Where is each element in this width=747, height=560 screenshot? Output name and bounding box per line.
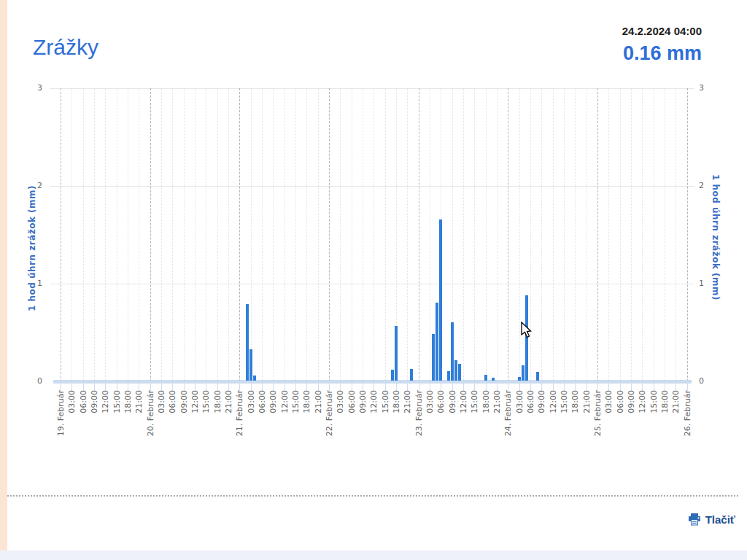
x-axis-tick [285,384,285,391]
hour-gridline [318,88,319,381]
x-axis-tick [61,384,61,391]
precipitation-bar[interactable] [391,370,394,381]
x-axis-baseline [53,380,692,384]
x-axis-tick [597,384,598,391]
y-gridline [50,88,694,89]
hour-gridline [474,88,475,381]
hour-gridline [587,88,587,381]
x-axis-time-label: 21:00 [224,390,233,459]
x-axis-tick [71,384,72,391]
hour-gridline [94,88,95,381]
x-axis-tick [608,384,609,391]
day-gridline [508,88,508,381]
x-axis-time-label: 21:00 [314,390,323,459]
precipitation-bar[interactable] [439,219,442,381]
precipitation-bar[interactable] [454,360,457,381]
x-axis-tick [553,384,554,391]
x-axis-tick [161,384,162,391]
x-axis-tick [295,384,296,391]
x-axis-time-label: 06:00 [347,390,357,459]
precipitation-bar[interactable] [484,375,487,381]
x-axis-time-label: 12:00 [549,390,558,459]
x-axis-tick [206,384,206,391]
x-axis-tick [318,384,319,391]
x-axis-tick [497,384,498,391]
x-axis-tick [486,384,487,391]
x-axis-day-label: 21. Február [235,390,244,459]
x-axis-time-label: 15:00 [381,390,390,459]
x-axis-tick [541,384,542,391]
x-axis-time-label: 09:00 [627,390,636,459]
x-axis-tick [363,384,363,391]
x-axis-day-label: 23. Február [414,390,424,459]
day-gridline [329,88,330,381]
x-axis-time-label: 03:00 [67,390,77,459]
x-axis-time-label: 06:00 [526,390,535,459]
day-gridline [239,88,240,381]
x-axis-tick [139,384,139,391]
print-button-label: Tlačiť [705,513,735,526]
precipitation-bar[interactable] [492,378,495,381]
x-axis-tick [631,384,632,391]
precipitation-bar[interactable] [458,364,461,381]
x-axis-tick [374,384,374,391]
hour-gridline [139,88,139,381]
hour-gridline [262,88,263,381]
x-axis-time-label: 12:00 [280,390,290,459]
precipitation-bar[interactable] [395,326,398,381]
precipitation-bar[interactable] [447,371,450,381]
x-axis-tick [228,384,229,391]
x-axis-time-label: 21:00 [403,390,412,459]
precipitation-bar[interactable] [436,303,438,381]
x-axis-tick [642,384,643,391]
x-axis-time-label: 09:00 [268,390,278,459]
hour-gridline [374,88,374,381]
x-axis-time-label: 12:00 [459,390,468,459]
precipitation-bar[interactable] [518,377,521,381]
hour-gridline [117,88,117,381]
y-axis-label-right: 1 [699,279,721,288]
day-gridline [61,88,61,381]
hour-gridline [642,88,643,381]
hour-gridline [184,88,185,381]
print-button[interactable]: Tlačiť [688,513,735,526]
dotted-separator [7,495,738,497]
x-axis-tick [508,384,508,391]
x-axis-tick [340,384,341,391]
precipitation-bar[interactable] [253,376,256,381]
x-axis-day-label: 19. Február [56,390,66,459]
x-axis-time-label: 21:00 [492,390,502,459]
x-axis-time-label: 18:00 [123,390,133,459]
precipitation-bar[interactable] [451,322,454,381]
x-axis-day-label: 22. Február [325,390,334,459]
precipitation-bar[interactable] [432,334,435,381]
x-axis-tick [620,384,621,391]
precipitation-bar[interactable] [522,365,525,381]
y-axis-label-left: 1 [20,279,42,288]
x-axis-tick [396,384,397,391]
y-axis-label-right: 3 [699,84,721,93]
x-axis-tick [452,384,453,391]
y-axis-title-right: 1 hod úhrn zrážok (mm) [710,143,721,332]
hour-gridline [430,88,430,381]
x-axis-tick [150,384,151,391]
x-axis-time-label: 03:00 [157,390,166,459]
x-axis-tick [654,384,654,391]
x-axis-time-label: 09:00 [358,390,368,459]
x-axis-time-label: 18:00 [660,390,670,459]
x-axis-tick [217,384,218,391]
x-axis-time-label: 15:00 [649,390,659,459]
precipitation-bar[interactable] [249,349,252,381]
precipitation-bar[interactable] [246,304,249,381]
precipitation-bar[interactable] [536,372,539,381]
printer-icon [688,513,701,526]
x-axis-tick [385,384,386,391]
hour-gridline [452,88,453,381]
x-axis-time-label: 09:00 [537,390,546,459]
x-axis-tick [94,384,95,391]
x-axis-time-label: 21:00 [582,390,592,459]
x-axis-time-label: 12:00 [190,390,200,459]
precipitation-bar[interactable] [410,369,413,381]
hour-gridline [295,88,296,381]
hour-gridline [441,88,441,381]
